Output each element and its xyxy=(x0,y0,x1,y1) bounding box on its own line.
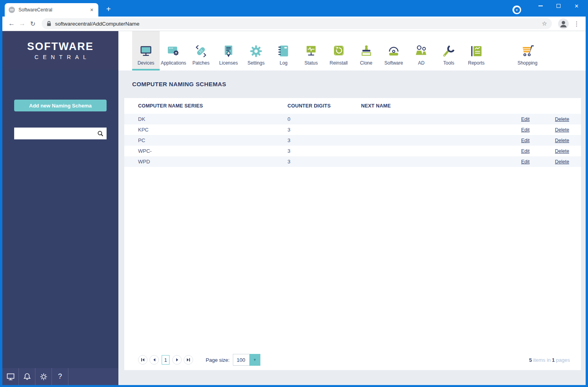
nav-item-settings[interactable]: Settings xyxy=(242,31,270,70)
settings-icon xyxy=(249,43,264,59)
col-computer-name-series: COMPUTER NAME SERIES xyxy=(124,98,288,114)
delete-link[interactable]: Delete xyxy=(555,159,569,165)
page-size-dropdown[interactable]: 100 ▼ xyxy=(233,354,260,366)
nav-item-devices[interactable]: Devices xyxy=(132,31,160,70)
log-icon xyxy=(276,43,291,59)
browser-window: SoftwareCentral ✕ + ▼ ✕ ← → ↻ softwarece… xyxy=(0,0,588,387)
prev-page-button[interactable] xyxy=(149,355,159,365)
status-icon xyxy=(304,43,319,59)
settings-shortcut-button[interactable] xyxy=(35,368,52,385)
close-icon: ✕ xyxy=(575,3,579,9)
chevron-down-icon: ▼ xyxy=(253,358,256,362)
clone-icon xyxy=(359,43,374,59)
naming-schemas-card: COMPUTER NAME SERIES COUNTER DIGITS NEXT… xyxy=(124,98,581,370)
nav-item-status[interactable]: Status xyxy=(297,31,325,70)
delete-link[interactable]: Delete xyxy=(555,148,569,154)
person-icon xyxy=(558,19,569,29)
back-button[interactable]: ← xyxy=(6,20,17,28)
add-naming-schema-button[interactable]: Add new Naming Schema xyxy=(14,100,107,111)
next-page-button[interactable] xyxy=(172,355,182,365)
bookmark-star-icon[interactable]: ☆ xyxy=(542,20,547,27)
naming-schemas-table: COMPUTER NAME SERIES COUNTER DIGITS NEXT… xyxy=(124,98,581,167)
page-size-label: Page size: xyxy=(206,357,230,363)
applications-icon xyxy=(166,43,181,59)
tab-title: SoftwareCentral xyxy=(18,7,89,13)
reinstall-icon xyxy=(331,43,346,59)
lock-icon xyxy=(46,21,52,27)
help-icon: ? xyxy=(58,372,62,381)
nav-item-applications[interactable]: Applications xyxy=(160,31,187,70)
nav-item-reinstall[interactable]: Reinstall xyxy=(325,31,352,70)
chrome-update-icon[interactable]: ▼ xyxy=(512,6,521,14)
profile-avatar[interactable] xyxy=(558,19,569,29)
new-tab-button[interactable]: + xyxy=(106,5,111,13)
devices-icon xyxy=(138,43,153,59)
search-button[interactable] xyxy=(94,130,107,137)
first-page-button[interactable] xyxy=(138,355,147,365)
nav-item-licenses[interactable]: Licenses xyxy=(215,31,242,70)
table-row: WPD 3 Edit Delete xyxy=(124,156,581,167)
delete-link[interactable]: Delete xyxy=(555,138,569,143)
close-button[interactable]: ✕ xyxy=(568,0,586,12)
nav-item-shopping[interactable]: Shopping xyxy=(510,31,545,70)
gear-icon xyxy=(39,372,48,381)
search-input[interactable] xyxy=(14,128,94,139)
table-row: WPC- 3 Edit Delete xyxy=(124,146,581,156)
forward-button[interactable]: → xyxy=(17,20,28,28)
browser-toolbar: ← → ↻ softwarecentral/AddComputerName ☆ … xyxy=(2,17,586,31)
sidebar-search xyxy=(14,128,107,139)
logo-line2: CENTRAL xyxy=(30,54,90,60)
table-row: PC 3 Edit Delete xyxy=(124,135,581,146)
minimize-button[interactable] xyxy=(531,0,549,12)
edit-link[interactable]: Edit xyxy=(521,127,530,133)
search-icon xyxy=(97,130,104,137)
top-navigation: Devices xyxy=(118,31,586,70)
table-header-row: COMPUTER NAME SERIES COUNTER DIGITS NEXT… xyxy=(124,98,581,114)
edit-link[interactable]: Edit xyxy=(521,159,530,165)
reports-icon xyxy=(469,43,484,59)
url-bar[interactable]: softwarecentral/AddComputerName ☆ xyxy=(42,18,552,29)
maximize-icon xyxy=(557,4,560,8)
browser-titlebar: SoftwareCentral ✕ + ▼ ✕ xyxy=(2,0,586,17)
col-counter-digits: COUNTER DIGITS xyxy=(288,98,361,114)
edit-link[interactable]: Edit xyxy=(521,148,530,154)
nav-item-reports[interactable]: Reports xyxy=(463,31,490,70)
edit-link[interactable]: Edit xyxy=(521,138,530,143)
tab-close-icon[interactable]: ✕ xyxy=(89,7,94,13)
nav-item-clone[interactable]: Clone xyxy=(352,31,380,70)
sidebar-bottom-bar: ? xyxy=(2,368,118,385)
shopping-cart-icon xyxy=(520,43,535,59)
remote-desktop-button[interactable] xyxy=(2,368,19,385)
nav-item-log[interactable]: Log xyxy=(270,31,297,70)
notifications-button[interactable] xyxy=(19,368,35,385)
nav-item-patches[interactable]: Patches xyxy=(187,31,215,70)
refresh-button[interactable]: ↻ xyxy=(28,20,38,28)
sidebar: SOFTWARE CENTRAL Add new Naming Schema xyxy=(2,31,118,385)
help-button[interactable]: ? xyxy=(52,368,68,385)
bell-icon xyxy=(23,372,31,381)
page-size-value: 100 xyxy=(233,354,249,366)
tools-wrench-icon xyxy=(441,43,456,59)
minimize-icon xyxy=(538,6,543,6)
nav-item-software[interactable]: Software xyxy=(380,31,407,70)
delete-link[interactable]: Delete xyxy=(555,117,569,122)
current-page[interactable]: 1 xyxy=(162,355,170,365)
licenses-icon xyxy=(221,43,236,59)
nav-item-tools[interactable]: Tools xyxy=(435,31,463,70)
monitor-icon xyxy=(6,372,15,381)
pagination-bar: 1 Page size: 100 ▼ 5items in1pages xyxy=(124,350,581,370)
maximize-button[interactable] xyxy=(549,0,568,12)
delete-link[interactable]: Delete xyxy=(555,127,569,133)
nav-item-ad[interactable]: AD xyxy=(407,31,435,70)
browser-tab[interactable]: SoftwareCentral ✕ xyxy=(5,3,98,17)
last-page-button[interactable] xyxy=(184,355,193,365)
table-row: KPC 3 Edit Delete xyxy=(124,124,581,135)
edit-link[interactable]: Edit xyxy=(521,117,530,122)
page-size-dropdown-button[interactable]: ▼ xyxy=(249,354,260,366)
last-page-icon xyxy=(187,358,189,361)
software-icon xyxy=(386,43,401,59)
browser-menu-button[interactable]: ⋮ xyxy=(573,20,580,28)
softwarecentral-logo: SOFTWARE CENTRAL xyxy=(2,31,118,70)
ad-users-icon xyxy=(414,43,429,59)
page-title: COMPUTER NAMING SCHEMAS xyxy=(118,70,586,98)
